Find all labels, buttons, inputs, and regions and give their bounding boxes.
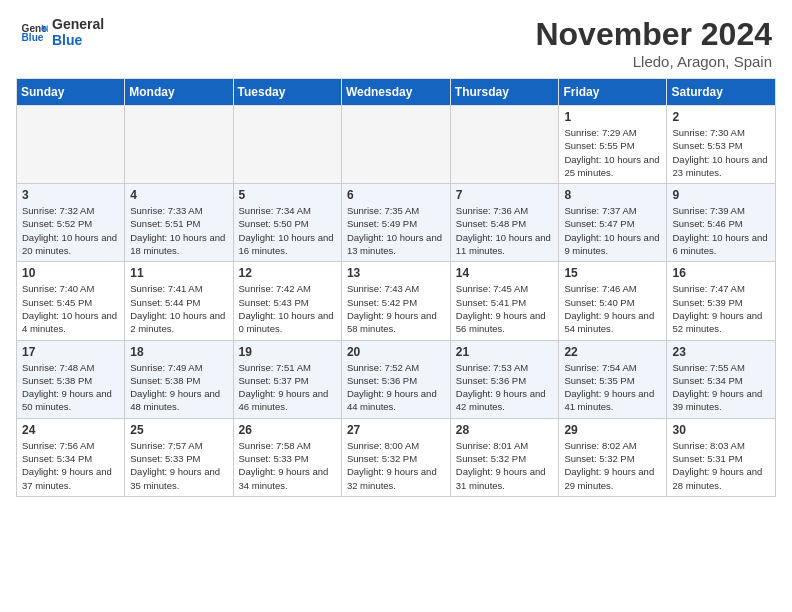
table-row: 27Sunrise: 8:00 AMSunset: 5:32 PMDayligh… (341, 418, 450, 496)
day-info: Sunrise: 7:51 AMSunset: 5:37 PMDaylight:… (239, 361, 336, 414)
table-row: 30Sunrise: 8:03 AMSunset: 5:31 PMDayligh… (667, 418, 776, 496)
day-info: Sunrise: 7:39 AMSunset: 5:46 PMDaylight:… (672, 204, 770, 257)
day-info: Sunrise: 7:54 AMSunset: 5:35 PMDaylight:… (564, 361, 661, 414)
table-row: 21Sunrise: 7:53 AMSunset: 5:36 PMDayligh… (450, 340, 559, 418)
table-row (17, 106, 125, 184)
table-row: 12Sunrise: 7:42 AMSunset: 5:43 PMDayligh… (233, 262, 341, 340)
table-row: 3Sunrise: 7:32 AMSunset: 5:52 PMDaylight… (17, 184, 125, 262)
day-info: Sunrise: 7:56 AMSunset: 5:34 PMDaylight:… (22, 439, 119, 492)
logo-blue: Blue (52, 32, 104, 48)
day-info: Sunrise: 7:29 AMSunset: 5:55 PMDaylight:… (564, 126, 661, 179)
day-number: 21 (456, 345, 554, 359)
day-number: 5 (239, 188, 336, 202)
svg-text:Blue: Blue (22, 32, 44, 43)
day-info: Sunrise: 7:45 AMSunset: 5:41 PMDaylight:… (456, 282, 554, 335)
day-number: 26 (239, 423, 336, 437)
day-number: 3 (22, 188, 119, 202)
table-row: 15Sunrise: 7:46 AMSunset: 5:40 PMDayligh… (559, 262, 667, 340)
day-number: 23 (672, 345, 770, 359)
day-info: Sunrise: 7:32 AMSunset: 5:52 PMDaylight:… (22, 204, 119, 257)
day-number: 16 (672, 266, 770, 280)
table-row: 24Sunrise: 7:56 AMSunset: 5:34 PMDayligh… (17, 418, 125, 496)
day-info: Sunrise: 8:03 AMSunset: 5:31 PMDaylight:… (672, 439, 770, 492)
calendar-header-row: SundayMondayTuesdayWednesdayThursdayFrid… (17, 79, 776, 106)
day-number: 30 (672, 423, 770, 437)
day-number: 8 (564, 188, 661, 202)
day-number: 24 (22, 423, 119, 437)
day-number: 9 (672, 188, 770, 202)
table-row: 13Sunrise: 7:43 AMSunset: 5:42 PMDayligh… (341, 262, 450, 340)
day-number: 27 (347, 423, 445, 437)
day-number: 29 (564, 423, 661, 437)
table-row: 17Sunrise: 7:48 AMSunset: 5:38 PMDayligh… (17, 340, 125, 418)
day-number: 22 (564, 345, 661, 359)
day-number: 7 (456, 188, 554, 202)
logo: General Blue General Blue (20, 16, 104, 48)
table-row: 6Sunrise: 7:35 AMSunset: 5:49 PMDaylight… (341, 184, 450, 262)
day-info: Sunrise: 7:35 AMSunset: 5:49 PMDaylight:… (347, 204, 445, 257)
day-info: Sunrise: 7:37 AMSunset: 5:47 PMDaylight:… (564, 204, 661, 257)
day-info: Sunrise: 7:49 AMSunset: 5:38 PMDaylight:… (130, 361, 227, 414)
weekday-header-monday: Monday (125, 79, 233, 106)
calendar-week-row: 17Sunrise: 7:48 AMSunset: 5:38 PMDayligh… (17, 340, 776, 418)
table-row: 22Sunrise: 7:54 AMSunset: 5:35 PMDayligh… (559, 340, 667, 418)
calendar-week-row: 1Sunrise: 7:29 AMSunset: 5:55 PMDaylight… (17, 106, 776, 184)
day-number: 18 (130, 345, 227, 359)
table-row: 4Sunrise: 7:33 AMSunset: 5:51 PMDaylight… (125, 184, 233, 262)
day-info: Sunrise: 7:36 AMSunset: 5:48 PMDaylight:… (456, 204, 554, 257)
day-info: Sunrise: 7:55 AMSunset: 5:34 PMDaylight:… (672, 361, 770, 414)
day-info: Sunrise: 7:57 AMSunset: 5:33 PMDaylight:… (130, 439, 227, 492)
day-info: Sunrise: 7:34 AMSunset: 5:50 PMDaylight:… (239, 204, 336, 257)
day-info: Sunrise: 7:58 AMSunset: 5:33 PMDaylight:… (239, 439, 336, 492)
day-info: Sunrise: 7:41 AMSunset: 5:44 PMDaylight:… (130, 282, 227, 335)
day-number: 11 (130, 266, 227, 280)
day-number: 15 (564, 266, 661, 280)
weekday-header-wednesday: Wednesday (341, 79, 450, 106)
weekday-header-saturday: Saturday (667, 79, 776, 106)
weekday-header-tuesday: Tuesday (233, 79, 341, 106)
title-block: November 2024 Lledo, Aragon, Spain (535, 16, 772, 70)
calendar-week-row: 3Sunrise: 7:32 AMSunset: 5:52 PMDaylight… (17, 184, 776, 262)
day-info: Sunrise: 7:52 AMSunset: 5:36 PMDaylight:… (347, 361, 445, 414)
page-header: General Blue General Blue November 2024 … (0, 0, 792, 78)
day-number: 10 (22, 266, 119, 280)
day-number: 2 (672, 110, 770, 124)
day-info: Sunrise: 7:47 AMSunset: 5:39 PMDaylight:… (672, 282, 770, 335)
table-row: 28Sunrise: 8:01 AMSunset: 5:32 PMDayligh… (450, 418, 559, 496)
day-number: 12 (239, 266, 336, 280)
day-number: 25 (130, 423, 227, 437)
weekday-header-friday: Friday (559, 79, 667, 106)
table-row: 11Sunrise: 7:41 AMSunset: 5:44 PMDayligh… (125, 262, 233, 340)
weekday-header-thursday: Thursday (450, 79, 559, 106)
day-number: 13 (347, 266, 445, 280)
day-number: 20 (347, 345, 445, 359)
day-info: Sunrise: 7:46 AMSunset: 5:40 PMDaylight:… (564, 282, 661, 335)
table-row: 10Sunrise: 7:40 AMSunset: 5:45 PMDayligh… (17, 262, 125, 340)
day-info: Sunrise: 7:43 AMSunset: 5:42 PMDaylight:… (347, 282, 445, 335)
table-row: 14Sunrise: 7:45 AMSunset: 5:41 PMDayligh… (450, 262, 559, 340)
table-row (125, 106, 233, 184)
table-row: 18Sunrise: 7:49 AMSunset: 5:38 PMDayligh… (125, 340, 233, 418)
table-row: 20Sunrise: 7:52 AMSunset: 5:36 PMDayligh… (341, 340, 450, 418)
month-year-title: November 2024 (535, 16, 772, 53)
day-number: 28 (456, 423, 554, 437)
day-number: 17 (22, 345, 119, 359)
logo-icon: General Blue (20, 18, 48, 46)
day-info: Sunrise: 7:53 AMSunset: 5:36 PMDaylight:… (456, 361, 554, 414)
table-row: 2Sunrise: 7:30 AMSunset: 5:53 PMDaylight… (667, 106, 776, 184)
logo-general: General (52, 16, 104, 32)
day-info: Sunrise: 7:40 AMSunset: 5:45 PMDaylight:… (22, 282, 119, 335)
calendar-week-row: 24Sunrise: 7:56 AMSunset: 5:34 PMDayligh… (17, 418, 776, 496)
table-row: 25Sunrise: 7:57 AMSunset: 5:33 PMDayligh… (125, 418, 233, 496)
table-row: 9Sunrise: 7:39 AMSunset: 5:46 PMDaylight… (667, 184, 776, 262)
day-number: 6 (347, 188, 445, 202)
table-row: 8Sunrise: 7:37 AMSunset: 5:47 PMDaylight… (559, 184, 667, 262)
table-row: 19Sunrise: 7:51 AMSunset: 5:37 PMDayligh… (233, 340, 341, 418)
calendar-week-row: 10Sunrise: 7:40 AMSunset: 5:45 PMDayligh… (17, 262, 776, 340)
day-info: Sunrise: 7:42 AMSunset: 5:43 PMDaylight:… (239, 282, 336, 335)
day-number: 1 (564, 110, 661, 124)
table-row (233, 106, 341, 184)
table-row: 16Sunrise: 7:47 AMSunset: 5:39 PMDayligh… (667, 262, 776, 340)
table-row (450, 106, 559, 184)
day-info: Sunrise: 8:02 AMSunset: 5:32 PMDaylight:… (564, 439, 661, 492)
